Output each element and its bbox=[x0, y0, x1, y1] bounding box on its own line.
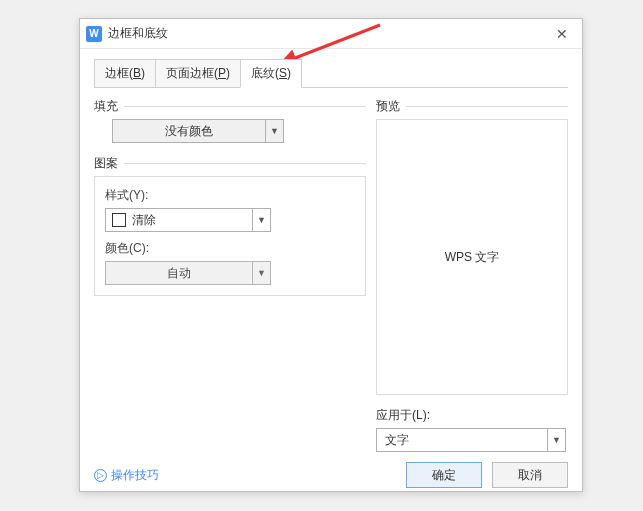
tips-link[interactable]: ▷ 操作技巧 bbox=[94, 467, 159, 484]
close-button[interactable]: ✕ bbox=[542, 19, 582, 49]
pattern-style-dropdown[interactable]: 清除 ▼ bbox=[105, 208, 271, 232]
chevron-down-icon: ▼ bbox=[265, 120, 283, 142]
ok-button[interactable]: 确定 bbox=[406, 462, 482, 488]
style-label: 样式(Y): bbox=[105, 187, 355, 204]
play-icon: ▷ bbox=[94, 469, 107, 482]
titlebar: W 边框和底纹 ✕ bbox=[80, 19, 582, 49]
chevron-down-icon: ▼ bbox=[252, 209, 270, 231]
fill-group-label: 填充 bbox=[94, 98, 118, 115]
tab-shading[interactable]: 底纹(S) bbox=[240, 59, 302, 88]
pattern-color-value: 自动 bbox=[106, 265, 252, 282]
dialog-footer: ▷ 操作技巧 确定 取消 bbox=[80, 452, 582, 500]
tab-page-borders[interactable]: 页面边框(P) bbox=[155, 59, 241, 88]
preview-text: WPS 文字 bbox=[445, 249, 500, 266]
apply-to-dropdown[interactable]: 文字 ▼ bbox=[376, 428, 566, 452]
apply-to-value: 文字 bbox=[377, 432, 547, 449]
tabs: 边框(B) 页面边框(P) 底纹(S) bbox=[94, 59, 568, 88]
fill-color-dropdown[interactable]: 没有颜色 ▼ bbox=[112, 119, 284, 143]
preview-area: WPS 文字 bbox=[376, 119, 568, 395]
pattern-swatch-icon bbox=[112, 213, 126, 227]
chevron-down-icon: ▼ bbox=[252, 262, 270, 284]
color-label: 颜色(C): bbox=[105, 240, 355, 257]
pattern-color-dropdown[interactable]: 自动 ▼ bbox=[105, 261, 271, 285]
close-icon: ✕ bbox=[556, 26, 568, 42]
pattern-style-value: 清除 bbox=[132, 212, 156, 229]
borders-and-shading-dialog: W 边框和底纹 ✕ 边框(B) 页面边框(P) 底纹(S) 填充 bbox=[79, 18, 583, 492]
apply-to-label: 应用于(L): bbox=[376, 407, 568, 424]
preview-label: 预览 bbox=[376, 98, 400, 115]
dialog-title: 边框和底纹 bbox=[108, 25, 542, 42]
left-column: 填充 没有颜色 ▼ 图案 样式(Y): 清除 bbox=[94, 98, 366, 452]
right-column: 预览 WPS 文字 应用于(L): 文字 ▼ bbox=[366, 98, 568, 452]
fill-color-value: 没有颜色 bbox=[113, 123, 265, 140]
tips-text: 操作技巧 bbox=[111, 467, 159, 484]
pattern-group: 样式(Y): 清除 ▼ 颜色(C): 自动 ▼ bbox=[94, 176, 366, 296]
chevron-down-icon: ▼ bbox=[547, 429, 565, 451]
app-icon: W bbox=[86, 26, 102, 42]
cancel-button[interactable]: 取消 bbox=[492, 462, 568, 488]
pattern-group-label: 图案 bbox=[94, 155, 118, 172]
tab-borders[interactable]: 边框(B) bbox=[94, 59, 156, 88]
